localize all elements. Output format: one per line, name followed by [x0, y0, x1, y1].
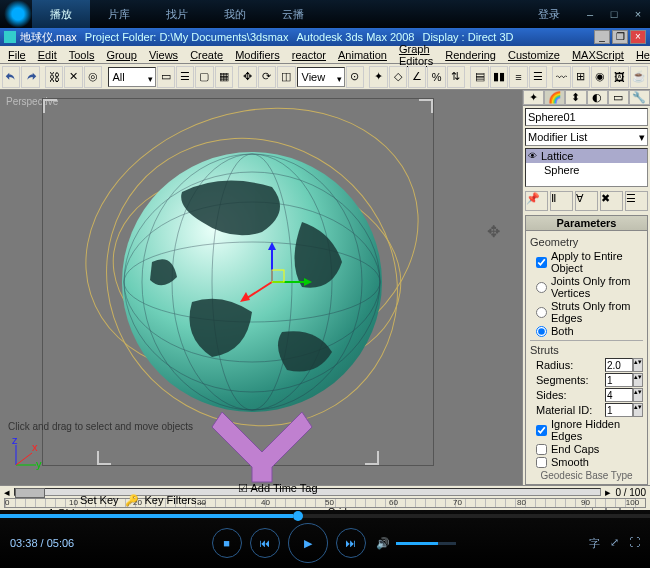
- segments-input[interactable]: [605, 373, 633, 387]
- apply-entire-checkbox[interactable]: Apply to Entire Object: [536, 250, 643, 274]
- menu-reactor[interactable]: reactor: [286, 49, 332, 61]
- modifier-stack[interactable]: 👁Lattice Sphere: [525, 148, 648, 187]
- player-tab-play[interactable]: 播放: [32, 0, 90, 28]
- link-button[interactable]: ⛓: [45, 66, 63, 88]
- radius-input[interactable]: [605, 358, 633, 372]
- menu-rendering[interactable]: Rendering: [439, 49, 502, 61]
- pin-stack-button[interactable]: 📌: [525, 191, 548, 211]
- redo-button[interactable]: [21, 66, 39, 88]
- progress-thumb[interactable]: [293, 511, 303, 521]
- play-button[interactable]: ▶: [288, 523, 328, 563]
- schematic-button[interactable]: ⊞: [572, 66, 590, 88]
- menu-graph[interactable]: Graph Editors: [393, 43, 439, 67]
- video-progress[interactable]: [0, 514, 650, 518]
- menu-tools[interactable]: Tools: [63, 49, 101, 61]
- player-close[interactable]: ×: [626, 8, 650, 20]
- spinner-icon[interactable]: ▴▾: [633, 388, 643, 402]
- add-time-tag[interactable]: ☑ Add Time Tag: [238, 482, 318, 494]
- spinner-icon[interactable]: ▴▾: [633, 373, 643, 387]
- unlink-button[interactable]: ✕: [64, 66, 82, 88]
- select-name-button[interactable]: ☰: [176, 66, 194, 88]
- material-button[interactable]: ◉: [591, 66, 609, 88]
- menu-modifiers[interactable]: Modifiers: [229, 49, 286, 61]
- window-crossing-button[interactable]: ▦: [215, 66, 233, 88]
- show-end-button[interactable]: Ⅱ: [550, 191, 573, 211]
- pivot-button[interactable]: ⊙: [346, 66, 364, 88]
- max-minimize[interactable]: _: [594, 30, 610, 44]
- render-setup-button[interactable]: 🖼: [610, 66, 628, 88]
- configure-button[interactable]: ☰: [625, 191, 648, 211]
- tab-display[interactable]: ▭: [608, 90, 629, 105]
- menu-create[interactable]: Create: [184, 49, 229, 61]
- ignore-hidden-checkbox[interactable]: Ignore Hidden Edges: [536, 418, 643, 442]
- snap-button[interactable]: ◇: [389, 66, 407, 88]
- angle-snap-button[interactable]: ∠: [408, 66, 426, 88]
- pip-button[interactable]: ⤢: [610, 536, 619, 551]
- sides-input[interactable]: [605, 388, 633, 402]
- player-minimize[interactable]: –: [578, 8, 602, 20]
- max-close[interactable]: ×: [630, 30, 646, 44]
- tab-hierarchy[interactable]: ⬍: [565, 90, 586, 105]
- mirror-button[interactable]: ▮▮: [490, 66, 508, 88]
- time-slider-thumb[interactable]: [15, 488, 45, 498]
- viewport[interactable]: Perspective: [0, 90, 522, 485]
- smooth-checkbox[interactable]: Smooth: [536, 456, 643, 468]
- layers-button[interactable]: ☰: [529, 66, 547, 88]
- joints-only-radio[interactable]: Joints Only from Vertices: [536, 275, 643, 299]
- stop-button[interactable]: ■: [212, 528, 242, 558]
- spinner-snap-button[interactable]: ⇅: [447, 66, 465, 88]
- tab-modify[interactable]: 🌈: [544, 90, 565, 105]
- named-sel-button[interactable]: ▤: [470, 66, 488, 88]
- player-tab-library[interactable]: 片库: [90, 0, 148, 28]
- render-button[interactable]: ☕: [630, 66, 648, 88]
- tab-create[interactable]: ✦: [523, 90, 544, 105]
- move-button[interactable]: ✥: [238, 66, 256, 88]
- player-maximize[interactable]: □: [602, 8, 626, 20]
- both-radio[interactable]: Both: [536, 325, 643, 337]
- tab-motion[interactable]: ◐: [587, 90, 608, 105]
- curve-editor-button[interactable]: 〰: [552, 66, 570, 88]
- struts-only-radio[interactable]: Struts Only from Edges: [536, 300, 643, 324]
- ref-coord-combo[interactable]: View: [297, 67, 345, 87]
- remove-mod-button[interactable]: ✖: [600, 191, 623, 211]
- subtitle-button[interactable]: 字: [589, 536, 600, 551]
- key-filters-button[interactable]: Key Filters...: [145, 494, 206, 507]
- percent-snap-button[interactable]: %: [427, 66, 445, 88]
- selected-object-name[interactable]: Sphere01: [525, 108, 648, 126]
- menu-edit[interactable]: Edit: [32, 49, 63, 61]
- unique-button[interactable]: ∀: [575, 191, 598, 211]
- player-login[interactable]: 登录: [520, 0, 578, 28]
- rotate-button[interactable]: ⟳: [258, 66, 276, 88]
- next-button[interactable]: ⏭: [336, 528, 366, 558]
- ts-next[interactable]: ▸: [605, 486, 611, 499]
- volume-slider[interactable]: [396, 542, 456, 545]
- menu-animation[interactable]: Animation: [332, 49, 393, 61]
- rollup-parameters-header[interactable]: Parameters: [525, 215, 648, 231]
- volume-icon[interactable]: 🔊: [376, 537, 390, 550]
- select-region-button[interactable]: ▢: [195, 66, 213, 88]
- menu-customize[interactable]: Customize: [502, 49, 566, 61]
- menu-help[interactable]: Help: [630, 49, 650, 61]
- fullscreen-button[interactable]: ⛶: [629, 536, 640, 551]
- menu-file[interactable]: File: [2, 49, 32, 61]
- player-tab-mine[interactable]: 我的: [206, 0, 264, 28]
- undo-button[interactable]: [2, 66, 20, 88]
- eye-icon[interactable]: 👁: [528, 151, 537, 161]
- player-tab-find[interactable]: 找片: [148, 0, 206, 28]
- spinner-icon[interactable]: ▴▾: [633, 403, 643, 417]
- manip-button[interactable]: ✦: [369, 66, 387, 88]
- menu-views[interactable]: Views: [143, 49, 184, 61]
- stack-item-lattice[interactable]: 👁Lattice: [526, 149, 647, 163]
- align-button[interactable]: ≡: [509, 66, 527, 88]
- bind-button[interactable]: ◎: [84, 66, 102, 88]
- set-key-button[interactable]: Set Key: [80, 494, 119, 507]
- selection-filter-combo[interactable]: All: [108, 67, 156, 87]
- menu-maxscript[interactable]: MAXScript: [566, 49, 630, 61]
- prev-button[interactable]: ⏮: [250, 528, 280, 558]
- ts-prev[interactable]: ◂: [4, 486, 10, 499]
- select-button[interactable]: ▭: [157, 66, 175, 88]
- scale-button[interactable]: ◫: [277, 66, 295, 88]
- tab-utilities[interactable]: 🔧: [629, 90, 650, 105]
- max-restore[interactable]: ❐: [612, 30, 628, 44]
- modifier-list-combo[interactable]: Modifier List: [525, 128, 648, 146]
